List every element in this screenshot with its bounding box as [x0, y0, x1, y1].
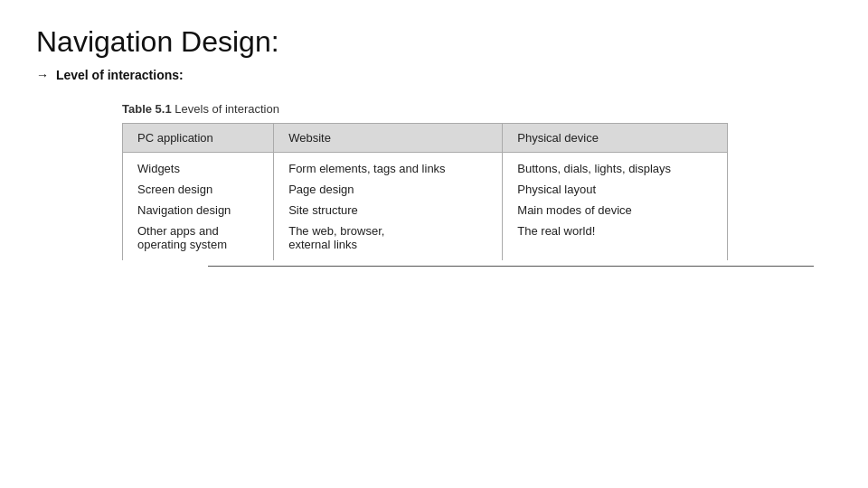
table-cell: Other apps andoperating system [123, 221, 274, 260]
interaction-table: PC application Website Physical device W… [122, 123, 728, 260]
table-row: Other apps andoperating systemThe web, b… [123, 221, 728, 260]
table-row: Navigation designSite structureMain mode… [123, 200, 728, 221]
table-cell: Navigation design [123, 200, 274, 221]
table-number: Table 5.1 [122, 102, 172, 116]
col-header-pc: PC application [123, 124, 274, 153]
table-cell: Physical layout [503, 179, 728, 200]
arrow-icon: → [36, 68, 49, 82]
table-cell: Screen design [123, 179, 274, 200]
table-cell: Site structure [274, 200, 503, 221]
table-row: WidgetsForm elements, tags and linksButt… [123, 153, 728, 180]
col-header-website: Website [274, 124, 503, 153]
table-cell: Main modes of device [503, 200, 728, 221]
table-row: Screen designPage designPhysical layout [123, 179, 728, 200]
table-cell: Buttons, dials, lights, displays [503, 153, 728, 180]
table-cell: Widgets [123, 153, 274, 180]
table-header-row: PC application Website Physical device [123, 124, 728, 153]
table-cell: The real world! [503, 221, 728, 260]
page-title: Navigation Design: [36, 25, 832, 59]
subtitle-text: Level of interactions: [56, 68, 184, 82]
table-cell: Page design [274, 179, 503, 200]
table-cell: The web, browser,external links [274, 221, 503, 260]
table-container: Table 5.1 Levels of interaction PC appli… [122, 102, 832, 267]
col-header-device: Physical device [503, 124, 728, 153]
table-caption: Table 5.1 Levels of interaction [122, 102, 832, 116]
table-cell: Form elements, tags and links [274, 153, 503, 180]
subtitle: → Level of interactions: [36, 68, 832, 82]
page: Navigation Design: → Level of interactio… [0, 0, 868, 488]
table-bottom-line [208, 266, 814, 267]
table-caption-text: Levels of interaction [175, 102, 279, 116]
